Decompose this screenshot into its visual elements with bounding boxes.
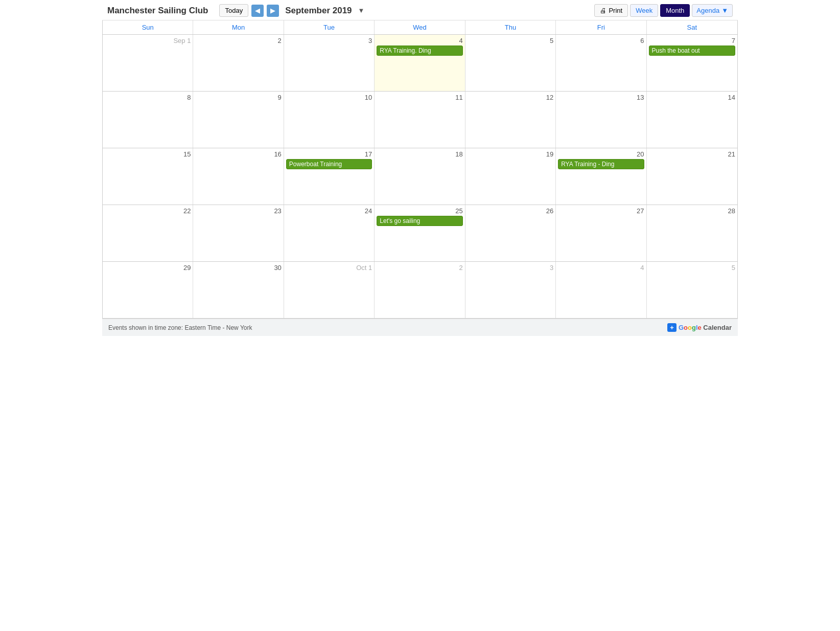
day-cell[interactable]: 13 xyxy=(556,92,646,148)
day-cell[interactable]: 25Let's go sailing xyxy=(375,205,465,261)
day-number: 3 xyxy=(286,37,372,44)
day-number: 16 xyxy=(195,150,281,158)
google-calendar-logo: + Google Calendar xyxy=(667,323,732,332)
day-header-mon: Mon xyxy=(193,20,284,34)
day-number: 26 xyxy=(468,207,553,215)
day-number: 30 xyxy=(195,264,281,272)
day-cell[interactable]: 5 xyxy=(647,262,737,318)
day-headers: SunMonTueWedThuFriSat xyxy=(103,20,737,35)
day-number: 4 xyxy=(377,37,462,44)
week-view-button[interactable]: Week xyxy=(630,4,658,17)
day-number: 10 xyxy=(286,94,372,101)
day-cell[interactable]: 21 xyxy=(647,148,737,205)
day-cell[interactable]: 20RYA Training - Ding xyxy=(556,148,646,205)
day-cell[interactable]: 22 xyxy=(103,205,193,261)
month-view-button[interactable]: Month xyxy=(660,4,690,17)
calendar-grid: SunMonTueWedThuFriSat Sep 1234RYA Traini… xyxy=(102,20,738,319)
next-month-button[interactable]: ▶ xyxy=(267,5,279,17)
day-number: 3 xyxy=(468,264,553,272)
day-number: 5 xyxy=(468,37,553,44)
month-year-label: September 2019 xyxy=(285,6,352,16)
day-cell[interactable]: 4 xyxy=(556,262,646,318)
day-cell[interactable]: 16 xyxy=(193,148,284,205)
day-number: 24 xyxy=(286,207,372,215)
footer: Events shown in time zone: Eastern Time … xyxy=(102,319,738,336)
day-cell[interactable]: 17Powerboat Training xyxy=(284,148,375,205)
day-number: 20 xyxy=(558,150,644,158)
calendar-event[interactable]: Push the boat out xyxy=(649,46,735,56)
calendar-event[interactable]: RYA Training - Ding xyxy=(558,159,644,169)
week-row-0: Sep 1234RYA Training. Ding567Push the bo… xyxy=(103,35,737,92)
day-cell[interactable]: 2 xyxy=(193,35,284,91)
day-number: 5 xyxy=(649,264,735,272)
top-right: 🖨 Print Week Month Agenda ▼ xyxy=(594,4,733,17)
day-cell[interactable]: 6 xyxy=(556,35,646,91)
day-cell[interactable]: 5 xyxy=(465,35,556,91)
day-number: 4 xyxy=(558,264,644,272)
today-button[interactable]: Today xyxy=(219,4,248,17)
day-cell[interactable]: Sep 1 xyxy=(103,35,193,91)
prev-month-button[interactable]: ◀ xyxy=(251,5,264,17)
agenda-view-button[interactable]: Agenda ▼ xyxy=(692,4,733,17)
week-row-1: 891011121314 xyxy=(103,92,737,148)
calendar-event[interactable]: Let's go sailing xyxy=(377,216,462,226)
week-row-4: 2930Oct 12345 xyxy=(103,262,737,318)
day-cell[interactable]: 4RYA Training. Ding xyxy=(375,35,465,91)
day-number: 13 xyxy=(558,94,644,101)
top-left: Manchester Sailing Club Today ◀ ▶ Septem… xyxy=(107,4,364,17)
day-cell[interactable]: 7Push the boat out xyxy=(647,35,737,91)
day-cell[interactable]: 9 xyxy=(193,92,284,148)
day-cell[interactable]: 11 xyxy=(375,92,465,148)
timezone-note: Events shown in time zone: Eastern Time … xyxy=(108,324,252,331)
day-cell[interactable]: 18 xyxy=(375,148,465,205)
day-number: 21 xyxy=(649,150,735,158)
day-header-thu: Thu xyxy=(465,20,556,34)
day-header-sun: Sun xyxy=(103,20,193,34)
day-cell[interactable]: 14 xyxy=(647,92,737,148)
day-number: 8 xyxy=(105,94,191,101)
day-number: 19 xyxy=(468,150,553,158)
printer-icon: 🖨 xyxy=(600,7,606,14)
agenda-dropdown-icon[interactable]: ▼ xyxy=(721,7,728,14)
day-cell[interactable]: 8 xyxy=(103,92,193,148)
day-cell[interactable]: 2 xyxy=(375,262,465,318)
day-cell[interactable]: 24 xyxy=(284,205,375,261)
day-number: 6 xyxy=(558,37,644,44)
day-number: 15 xyxy=(105,150,191,158)
day-cell[interactable]: 29 xyxy=(103,262,193,318)
day-cell[interactable]: 26 xyxy=(465,205,556,261)
day-number: 22 xyxy=(105,207,191,215)
day-header-fri: Fri xyxy=(556,20,646,34)
day-number: 7 xyxy=(649,37,735,44)
print-button[interactable]: 🖨 Print xyxy=(594,4,628,17)
day-cell[interactable]: 27 xyxy=(556,205,646,261)
day-cell[interactable]: 30 xyxy=(193,262,284,318)
day-cell[interactable]: 23 xyxy=(193,205,284,261)
day-number: 14 xyxy=(649,94,735,101)
top-bar: Manchester Sailing Club Today ◀ ▶ Septem… xyxy=(102,0,738,20)
day-number: 23 xyxy=(195,207,281,215)
day-number: 27 xyxy=(558,207,644,215)
day-cell[interactable]: 3 xyxy=(465,262,556,318)
day-number: 2 xyxy=(195,37,281,44)
day-number: Oct 1 xyxy=(286,264,372,272)
day-cell[interactable]: 12 xyxy=(465,92,556,148)
day-cell[interactable]: 10 xyxy=(284,92,375,148)
day-cell[interactable]: 19 xyxy=(465,148,556,205)
week-row-3: 22232425Let's go sailing262728 xyxy=(103,205,737,262)
day-cell[interactable]: Oct 1 xyxy=(284,262,375,318)
day-number: 17 xyxy=(286,150,372,158)
day-number: 11 xyxy=(377,94,462,101)
calendar-event[interactable]: RYA Training. Ding xyxy=(377,46,462,56)
day-cell[interactable]: 3 xyxy=(284,35,375,91)
day-number: 28 xyxy=(649,207,735,215)
day-number: 9 xyxy=(195,94,281,101)
month-dropdown-arrow[interactable]: ▼ xyxy=(358,7,365,14)
day-cell[interactable]: 15 xyxy=(103,148,193,205)
agenda-label: Agenda xyxy=(696,7,719,14)
calendar-event[interactable]: Powerboat Training xyxy=(286,159,372,169)
day-cell[interactable]: 28 xyxy=(647,205,737,261)
gc-plus-icon: + xyxy=(667,323,676,332)
day-number: 12 xyxy=(468,94,553,101)
day-number: 25 xyxy=(377,207,462,215)
